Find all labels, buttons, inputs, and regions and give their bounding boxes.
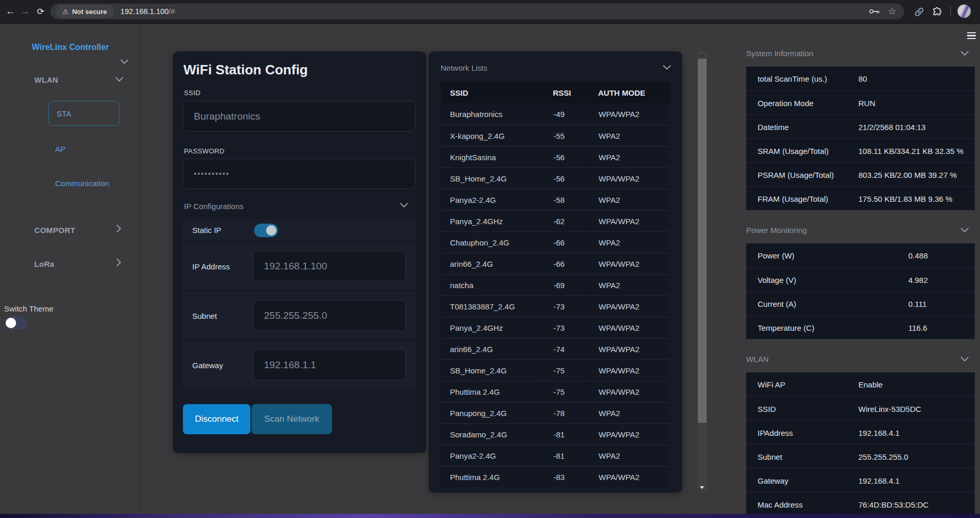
extensions-puzzle-icon[interactable] <box>930 5 944 19</box>
info-row: SRAM (Usage/Total)108.11 KB/334.21 KB 32… <box>746 138 975 162</box>
sidebar-item-lora[interactable]: LoRa <box>34 260 55 268</box>
scan-network-button[interactable]: Scan Network <box>251 404 332 434</box>
info-row: SSIDWireLinx-53D5DC <box>746 396 975 420</box>
network-cell: -75 <box>544 381 589 402</box>
network-cell: WPA2 <box>589 445 670 466</box>
network-row[interactable]: SB_Home_2.4G-75WPA/WPA2 <box>441 359 670 381</box>
network-row[interactable]: Panya_2.4GHz-73WPA/WPA2 <box>441 317 670 338</box>
info-value: 21/2/2568 01:04:13 <box>858 122 925 131</box>
gateway-input[interactable]: 192.168.1.1 <box>253 349 406 380</box>
sidebar-item-comport[interactable]: COMPORT <box>34 226 75 235</box>
theme-toggle[interactable] <box>4 316 27 330</box>
chevron-down-icon[interactable] <box>121 59 128 64</box>
ssid-label: SSID <box>184 89 201 97</box>
scrollbar[interactable] <box>698 51 707 491</box>
info-row: Subnet255.255.255.0 <box>746 444 975 468</box>
network-row[interactable]: X-kapong_2.4G-55WPA2 <box>441 125 670 146</box>
network-cell: WPA2 <box>589 275 670 295</box>
menu-hamburger-icon[interactable] <box>967 32 976 39</box>
network-cell: Panya2-2.4G <box>441 189 544 210</box>
network-lists-header: Network Lists <box>441 63 487 72</box>
network-cell: -66 <box>544 253 589 274</box>
network-cell: -66 <box>544 232 589 253</box>
link-extension-icon[interactable] <box>912 5 926 19</box>
network-row[interactable]: Panupong_2.4G-78WPA2 <box>441 402 670 423</box>
section-header[interactable]: WLAN <box>746 355 976 365</box>
chevron-right-icon[interactable] <box>116 225 121 232</box>
ssid-input[interactable]: Buraphatronics <box>183 101 416 132</box>
network-rows: Buraphatronics-49WPA/WPA2X-kapong_2.4G-5… <box>441 103 670 487</box>
browser-toolbar: ← → ⟳ ⚠ Not secure 192.168.1.100/# ☆ <box>0 0 980 23</box>
sidebar-item-communication[interactable]: Communication <box>55 179 109 188</box>
network-row[interactable]: Buraphatronics-49WPA/WPA2 <box>441 103 670 125</box>
network-cell: WPA/WPA2 <box>589 296 670 317</box>
scrollbar-thumb[interactable] <box>698 59 707 423</box>
network-row[interactable]: Phuttima 2.4G-75WPA/WPA2 <box>441 381 670 402</box>
ip-configurations-header: IP Configurations <box>184 202 244 211</box>
network-cell: Soradamo_2.4G <box>441 424 544 445</box>
password-input[interactable]: •••••••••• <box>183 159 416 189</box>
network-cell: Buraphatronics <box>441 103 544 125</box>
sidebar-item-wlan[interactable]: WLAN <box>34 75 58 84</box>
section-title: System Information <box>746 49 813 58</box>
network-row[interactable]: Soradamo_2.4G-81WPA/WPA2 <box>441 423 670 445</box>
sidebar-item-sta[interactable]: STA <box>48 101 120 126</box>
chevron-down-icon[interactable] <box>400 203 408 208</box>
scroll-down-arrow-icon[interactable] <box>700 486 704 489</box>
not-secure-badge[interactable]: ⚠ Not secure <box>56 5 114 18</box>
sidebar-item-ap[interactable]: AP <box>55 145 65 153</box>
chevron-right-icon[interactable] <box>116 258 121 266</box>
password-label: PASSWORD <box>184 147 224 155</box>
bookmark-star-icon[interactable]: ☆ <box>885 5 899 18</box>
right-panel: System Informationtotal ScanTime (us.)80… <box>738 24 980 518</box>
network-row[interactable]: Chatuphon_2.4G-66WPA2 <box>441 231 670 253</box>
section-header[interactable]: Power Monitoring <box>746 226 976 236</box>
network-row[interactable]: arin66_2.4G-66WPA/WPA2 <box>441 253 670 274</box>
network-cell: -62 <box>544 211 589 231</box>
network-cell: -73 <box>544 317 589 338</box>
network-cell: Chatuphon_2.4G <box>441 232 544 253</box>
network-cell: WPA/WPA2 <box>589 467 670 487</box>
static-ip-toggle[interactable] <box>254 224 278 237</box>
network-cell: -55 <box>544 125 589 146</box>
chevron-down-icon[interactable] <box>961 51 969 56</box>
network-row[interactable]: T081383887_2.4G-73WPA/WPA2 <box>441 295 670 317</box>
network-cell: -83 <box>544 467 589 487</box>
info-label: Gateway <box>758 476 788 485</box>
reload-icon[interactable]: ⟳ <box>33 4 48 19</box>
network-row[interactable]: SB_Home_2.4G-56WPA/WPA2 <box>441 167 670 189</box>
network-row[interactable]: Panya_2.4GHz-62WPA/WPA2 <box>441 210 670 231</box>
subnet-input[interactable]: 255.255.255.0 <box>253 300 406 331</box>
chevron-down-icon[interactable] <box>663 65 671 70</box>
info-row: WiFi APEnable <box>746 372 975 396</box>
network-row[interactable]: natcha-69WPA2 <box>441 274 670 295</box>
network-row[interactable]: Panya2-2.4G-81WPA2 <box>441 445 670 466</box>
info-row: Gateway192.168.4.1 <box>746 468 975 492</box>
disconnect-button[interactable]: Disconnect <box>183 404 250 434</box>
ip-address-input[interactable]: 192.168.1.100 <box>253 251 406 281</box>
network-cell: -75 <box>544 360 589 381</box>
chevron-down-icon[interactable] <box>961 357 969 361</box>
network-row[interactable]: Panya2-2.4G-58WPA2 <box>441 189 670 210</box>
network-cell: SB_Home_2.4G <box>441 168 544 189</box>
ip-config-rows: Static IP IP Address 192.168.1.100 Subne… <box>183 219 416 389</box>
network-cell: T081383887_2.4G <box>441 296 544 317</box>
switch-theme-label: Switch Theme <box>4 304 54 313</box>
network-cell: WPA/WPA2 <box>589 424 670 445</box>
password-key-icon[interactable] <box>868 5 881 18</box>
address-bar[interactable]: ⚠ Not secure 192.168.1.100/# ☆ <box>50 4 904 19</box>
ip-address-label: IP Address <box>192 262 230 271</box>
profile-avatar[interactable] <box>957 4 971 18</box>
toggle-knob <box>6 318 16 328</box>
info-section: System Informationtotal ScanTime (us.)80… <box>746 49 976 210</box>
info-value: 80 <box>858 74 867 83</box>
scroll-up-arrow-icon[interactable] <box>700 54 704 57</box>
network-row[interactable]: KnightSasina-56WPA2 <box>441 146 670 167</box>
network-row[interactable]: arin66_2.4G-74WPA/WPA2 <box>441 338 670 359</box>
section-header[interactable]: System Information <box>746 49 976 59</box>
chevron-down-icon[interactable] <box>961 228 969 232</box>
back-icon[interactable]: ← <box>3 4 18 19</box>
network-row[interactable]: Phuttima 2.4G-83WPA/WPA2 <box>441 466 670 487</box>
forward-icon[interactable]: → <box>18 4 32 19</box>
chevron-down-icon[interactable] <box>115 77 123 82</box>
